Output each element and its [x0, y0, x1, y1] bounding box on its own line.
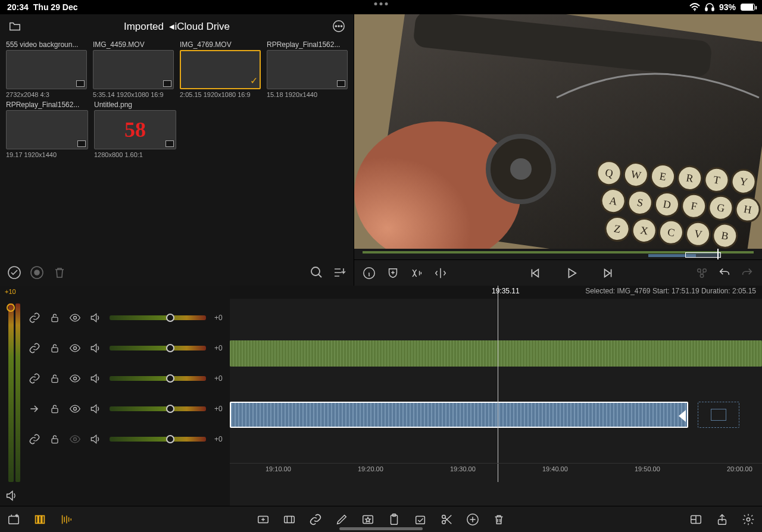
preview-scrubber[interactable]	[354, 249, 762, 259]
redo-icon[interactable]	[741, 267, 754, 280]
eye-icon[interactable]	[69, 373, 81, 384]
lock-icon[interactable]	[49, 403, 61, 415]
search-icon[interactable]	[310, 265, 324, 280]
svg-text:W: W	[630, 168, 642, 181]
level-knob[interactable]	[166, 314, 174, 322]
clip-handle-icon[interactable]	[679, 410, 686, 422]
asset-thumb[interactable]	[6, 110, 88, 149]
asset-thumb[interactable]	[267, 50, 348, 89]
multitask-dots[interactable]	[374, 2, 388, 5]
clip-audio-green[interactable]	[230, 340, 762, 367]
speaker-icon[interactable]	[89, 403, 101, 415]
asset-item[interactable]: IMG_4459.MOV5:35.14 1920x1080 16:9	[93, 40, 174, 98]
level-meter[interactable]	[110, 315, 206, 320]
level-value: +0	[214, 314, 229, 322]
add-circle-icon[interactable]	[466, 513, 479, 526]
asset-thumb[interactable]	[93, 50, 174, 89]
level-knob[interactable]	[166, 435, 174, 443]
asset-thumb[interactable]	[6, 50, 87, 89]
lock-icon[interactable]	[49, 433, 61, 445]
ruler-tick: 19:20.00	[358, 465, 383, 472]
link-icon[interactable]	[29, 373, 40, 384]
scissors-icon[interactable]	[440, 513, 453, 526]
preview-video[interactable]: QWERTY ASDFGH ZXCVB	[354, 14, 762, 249]
timeline-ruler[interactable]: 19:10.0019:20.0019:30.0019:40.0019:50.00…	[230, 463, 762, 482]
lock-icon[interactable]	[49, 373, 61, 384]
svg-point-0	[694, 10, 695, 11]
lock-icon[interactable]	[49, 312, 61, 324]
asset-item[interactable]: RPReplay_Final1562...15.18 1920x1440	[267, 40, 348, 98]
level-knob[interactable]	[166, 374, 174, 383]
add-source-icon[interactable]	[7, 513, 20, 526]
asset-thumb[interactable]: ✓	[180, 50, 261, 89]
master-volume-icon[interactable]	[5, 489, 18, 502]
level-meter[interactable]	[110, 346, 206, 351]
overwrite-icon[interactable]	[283, 513, 296, 526]
undo-icon[interactable]	[718, 267, 731, 280]
link-icon[interactable]	[29, 312, 40, 324]
clip-audio-blue[interactable]	[230, 402, 688, 428]
asset-item[interactable]: IMG_4769.MOV✓2:05.15 1920x1080 16:9	[180, 40, 261, 98]
level-knob[interactable]	[166, 344, 174, 352]
track-headers: +10 +0+0+0+0+0	[0, 286, 230, 506]
film-icon	[711, 409, 726, 421]
audio-library-icon[interactable]	[60, 513, 73, 526]
level-meter[interactable]	[110, 406, 206, 411]
sort-icon[interactable]	[332, 265, 346, 280]
ruler-tick: 19:50.00	[635, 465, 660, 472]
lock-icon[interactable]	[49, 342, 61, 354]
level-meter[interactable]	[110, 437, 206, 442]
home-indicator[interactable]	[339, 527, 423, 530]
svg-rect-71	[416, 516, 425, 524]
library-icon[interactable]	[33, 513, 46, 526]
eye-icon[interactable]	[69, 403, 81, 415]
ruler-tick: 19:40.00	[542, 465, 568, 472]
speaker-icon[interactable]	[89, 433, 101, 445]
timeline-tracks[interactable]: 19:35.11 Selected: IMG_4769 Start: 17:51…	[230, 286, 762, 506]
browser-title[interactable]: Imported ◂iCloud Drive	[124, 20, 230, 33]
trash-icon[interactable]	[52, 265, 67, 280]
asset-thumb[interactable]: 58	[94, 110, 176, 149]
info-icon[interactable]	[363, 267, 376, 280]
insert-icon[interactable]	[257, 513, 270, 526]
play-icon[interactable]	[565, 267, 578, 280]
speaker-icon[interactable]	[89, 312, 101, 324]
clip-placeholder[interactable]	[698, 402, 739, 428]
next-icon[interactable]	[602, 267, 615, 280]
layout-icon[interactable]	[689, 513, 702, 526]
link-icon[interactable]	[29, 433, 40, 445]
transition-icon[interactable]	[410, 267, 423, 280]
split-icon[interactable]	[434, 267, 447, 280]
more-icon[interactable]	[332, 20, 345, 33]
speaker-icon[interactable]	[89, 373, 101, 384]
asset-item[interactable]: RPReplay_Final1562...19.17 1920x1440	[6, 101, 88, 158]
speaker-icon[interactable]	[89, 342, 101, 354]
pencil-icon[interactable]	[335, 513, 348, 526]
settings-icon[interactable]	[742, 513, 755, 526]
shield-icon[interactable]	[386, 267, 399, 280]
share-icon[interactable]	[716, 513, 729, 526]
asset-item[interactable]: Untitled.png581280x800 1.60:1	[94, 101, 176, 158]
eye-icon[interactable]	[69, 433, 81, 445]
prev-icon[interactable]	[528, 267, 541, 280]
svg-rect-1	[705, 8, 707, 11]
record-icon[interactable]	[30, 265, 44, 280]
arrow-right-icon[interactable]	[29, 403, 40, 415]
status-time: 20:34	[7, 2, 29, 12]
folder-icon[interactable]	[8, 20, 21, 33]
eye-icon[interactable]	[69, 312, 81, 324]
link-icon[interactable]	[309, 513, 322, 526]
playhead[interactable]	[498, 286, 498, 482]
favorite-icon[interactable]	[361, 513, 374, 526]
marker-icon[interactable]	[695, 267, 708, 280]
ruler-tick: 20:00.00	[727, 465, 752, 472]
level-knob[interactable]	[166, 405, 174, 413]
level-meter[interactable]	[110, 376, 206, 381]
select-icon[interactable]	[7, 265, 21, 280]
trash-icon[interactable]	[492, 513, 505, 526]
clipboard-icon[interactable]	[388, 513, 401, 526]
eye-icon[interactable]	[69, 342, 81, 354]
checkbox-icon[interactable]	[414, 513, 427, 526]
asset-item[interactable]: 555 video backgroun...2732x2048 4:3	[6, 40, 87, 98]
link-icon[interactable]	[29, 342, 40, 354]
